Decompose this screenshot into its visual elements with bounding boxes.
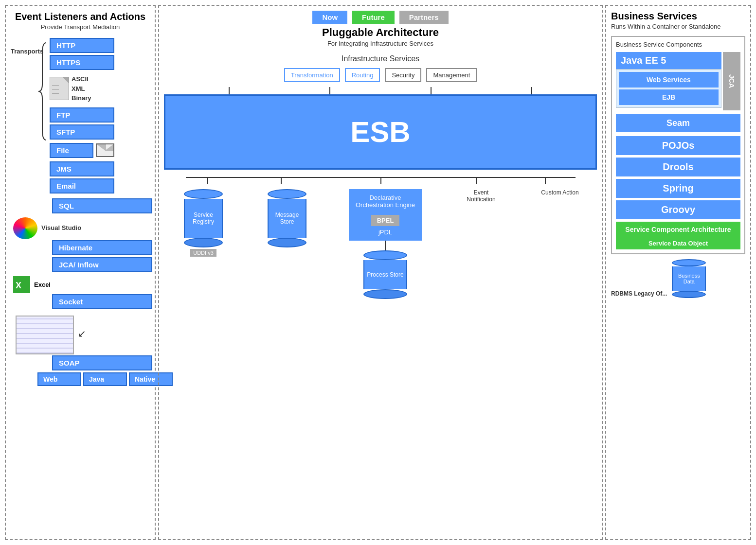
legend-future: Future (352, 11, 395, 24)
ascii-labels: ASCII XML Binary (72, 74, 91, 103)
service-registry-cylinder: Service Registry UDDI v3 (181, 189, 225, 257)
groovy-box: Groovy (616, 200, 740, 219)
main-container: Event Listeners and Actions Provide Tran… (0, 0, 756, 545)
infra-services-row: Transformation Routing Security Manageme… (164, 68, 597, 82)
visual-studio-block: Visual Studio (13, 217, 152, 239)
event-notification-box: Event Notification (462, 189, 501, 203)
process-store-cylinder: Process Store (361, 250, 410, 299)
transport-sftp: SFTP (50, 124, 114, 140)
legend-now: Now (312, 11, 347, 24)
transport-items: HTTP HTTPS —————— ASCII XML Binary (50, 38, 114, 193)
transport-soap: SOAP (52, 355, 152, 370)
legend-partners: Partners (399, 11, 449, 24)
svg-text:X: X (16, 281, 21, 290)
brace-icon (37, 38, 47, 145)
sca-box: Service Component Architecture (616, 222, 740, 237)
right-title: Business Services (611, 11, 745, 22)
rdbms-block: RDBMS Legacy Of... (611, 290, 667, 298)
transport-http: HTTP (50, 38, 114, 53)
transport-hibernate: Hibernate (52, 240, 152, 255)
java-ee-label: Java EE 5 (616, 52, 721, 69)
infra-security: Security (385, 68, 421, 82)
arrow-icon: ↙ (78, 328, 86, 339)
excel-icon: X (13, 276, 30, 293)
legend-row: Now Future Partners (164, 11, 597, 24)
transport-jca-inflow: JCA/ Inflow (52, 257, 152, 272)
web-block: ↙ (13, 313, 152, 354)
transport-socket: Socket (52, 294, 152, 309)
custom-action-box: Custom Action (540, 189, 579, 196)
right-section: Business Services Runs Within a Containe… (605, 5, 751, 540)
message-store-label: Message Store (269, 211, 306, 225)
java-ee-services: Web Services EJB (616, 69, 721, 108)
business-data-label: Business Data (673, 273, 705, 284)
message-store-cylinder: Message Store (265, 189, 309, 247)
orchestration-box: Declarative Orchestration Engine BPEL jP… (349, 189, 422, 241)
event-notification-label: Event Notification (462, 189, 501, 203)
transport-web: Web (37, 372, 81, 386)
web-java-native-row: Web Java Native (37, 372, 152, 386)
esb-box: ESB (164, 94, 597, 170)
infra-transformation: Transformation (284, 68, 340, 82)
visual-studio-icon (13, 217, 37, 239)
left-section: Event Listeners and Actions Provide Tran… (5, 5, 156, 540)
bottom-right: RDBMS Legacy Of... Business Data (611, 259, 745, 298)
spring-box: Spring (616, 179, 740, 198)
process-store-label: Process Store (367, 271, 403, 278)
orchestration-label: Declarative Orchestration Engine (354, 194, 417, 209)
soap-transport: SOAP (52, 355, 152, 370)
middle-title: Pluggable Architecture (164, 26, 597, 39)
orch-to-process-connector (385, 241, 386, 250)
pojos-box: POJOs (616, 136, 740, 155)
bsc-title: Business Service Components (616, 41, 740, 48)
excel-label: Excel (34, 281, 51, 288)
transport-email: Email (50, 178, 114, 193)
transport-ftp: FTP (50, 107, 114, 123)
infra-routing: Routing (345, 68, 380, 82)
web-screenshot (16, 316, 74, 354)
bottom-connectors-line (164, 177, 597, 184)
web-services-box: Web Services (619, 72, 719, 88)
transport-java: Java (83, 372, 127, 386)
orchestration-block: Declarative Orchestration Engine BPEL jP… (349, 189, 422, 299)
bsc-container: Business Service Components Java EE 5 We… (611, 36, 745, 254)
jca-box: JCA (723, 52, 740, 110)
transport-sql: SQL (52, 198, 152, 213)
java-ee-block: Java EE 5 Web Services EJB JCA (616, 52, 740, 110)
middle-subtitle: For Integrating Infrastructure Services (164, 40, 597, 47)
infra-label: Infrastructure Services (164, 54, 597, 63)
left-subtitle: Provide Transport Mediation (8, 23, 152, 31)
visual-studio-label: Visual Studio (41, 224, 81, 232)
ejb-box: EJB (619, 89, 719, 105)
rdbms-label: RDBMS Legacy Of... (611, 290, 667, 298)
middle-section: Now Future Partners Pluggable Architectu… (158, 5, 603, 540)
custom-action-label: Custom Action (540, 189, 579, 196)
bpel-box: BPEL (371, 215, 400, 226)
middle-transports: Hibernate JCA/ Inflow (52, 240, 152, 272)
transport-jms: JMS (50, 161, 114, 176)
esb-bottom-row: Service Registry UDDI v3 Message Store D… (164, 189, 597, 299)
jpdl-label: jPDL (354, 229, 417, 236)
left-title: Event Listeners and Actions (8, 11, 152, 22)
drools-box: Drools (616, 158, 740, 176)
transport-file: File (50, 143, 93, 158)
lower-transports: Socket (52, 294, 152, 309)
top-connectors (164, 87, 597, 94)
sdo-box: Service Data Object (616, 237, 740, 249)
right-subtitle: Runs Within a Container or Standalone (611, 23, 745, 31)
service-registry-label: Service Registry (185, 211, 222, 225)
transport-https: HTTPS (50, 55, 114, 70)
infra-management: Management (426, 68, 477, 82)
uddi-label: UDDI v3 (190, 249, 216, 257)
java-ee-inner: Java EE 5 Web Services EJB (616, 52, 721, 110)
bottom-transports: SQL (52, 198, 152, 213)
excel-block: X Excel (13, 276, 152, 293)
seam-box: Seam (616, 114, 740, 132)
business-data-cylinder: Business Data (672, 259, 706, 298)
